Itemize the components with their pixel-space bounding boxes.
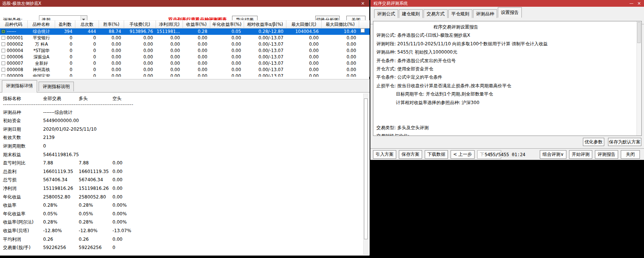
settings-tab[interactable]: 评测品种 xyxy=(473,9,497,18)
table-row[interactable]: 000002 万 科A 0 0 0.00 0.00 0.00 0.00 0.00… xyxy=(0,41,370,48)
stat-long: 15119816.26 xyxy=(79,184,112,193)
fees-cell: 0.00 xyxy=(124,48,156,54)
report-title: 程序交易评测设置报告 xyxy=(373,23,538,31)
table-row[interactable]: 000004 *ST国华 0 0 0.00 0.00 0.00 0.00 0.0… xyxy=(0,48,370,54)
annualized-return-cell: 0.00 xyxy=(210,41,244,48)
footer-button[interactable]: < 上一步 xyxy=(451,150,475,159)
stats-row: 平均利润 0.26 0.26 0.00 xyxy=(0,235,360,244)
symbol-code-cell: ------ xyxy=(0,28,28,35)
stat-label: 年化收益率 xyxy=(0,210,43,218)
footer-button[interactable]: 下载数据 xyxy=(425,150,448,159)
max-drawdown-pct-cell: 0.00 xyxy=(322,35,359,41)
footer-button[interactable]: 评测报告 xyxy=(595,150,618,159)
net-profit-cell: 0.00 xyxy=(156,41,183,48)
net-profit-cell: 0.00 xyxy=(156,35,183,41)
table-row[interactable]: 000008 神州高铁 0 0 0.00 0.00 0.00 0.00 0.00… xyxy=(0,67,370,73)
column-header[interactable]: 年化收益率(%) xyxy=(210,20,244,28)
column-header[interactable]: 总次数 xyxy=(75,20,99,28)
stats-row: 评测周期数 0 xyxy=(0,142,360,151)
fees-cell: 0.00 xyxy=(124,67,156,73)
column-header[interactable]: 相对收益率α/β(%) xyxy=(244,20,286,28)
column-header[interactable]: 收益率(%) xyxy=(183,20,210,28)
annualized-return-cell: 0.00 xyxy=(210,73,244,77)
max-drawdown-pct-cell: 0.00 xyxy=(322,67,359,73)
settings-tab[interactable]: 评测公式 xyxy=(374,9,398,18)
net-profit-cell: 0.00 xyxy=(156,48,183,54)
stats-scrollbar-thumb[interactable] xyxy=(364,98,368,239)
column-header[interactable]: 最大回撤比(%) xyxy=(322,20,359,28)
table-row[interactable]: ------ 综合统计 394 444 88.74 913896.76 1511… xyxy=(0,28,370,35)
stat-long: 2580052.80 xyxy=(79,193,112,201)
settings-tab[interactable]: 设置报告 xyxy=(498,7,522,18)
annualized-return-cell: 0.00 xyxy=(210,67,244,73)
minimize-icon[interactable]: — xyxy=(629,0,634,7)
win-count-cell: 0 xyxy=(55,73,75,77)
stat-all-trades: -12.80% xyxy=(43,227,79,235)
stat-label: 评测周期数 xyxy=(0,142,43,151)
footer-button[interactable]: 保存方案 xyxy=(399,150,422,159)
close-icon[interactable]: × xyxy=(360,0,366,7)
symbol-name-cell: *ST国华 xyxy=(28,48,55,54)
right-window-titlebar[interactable]: 程序交易评测系统 — × xyxy=(370,0,644,7)
table-row[interactable]: 000009 中国宝安 0 0 0.00 0.00 0.00 0.00 0.00… xyxy=(0,73,370,77)
column-header[interactable]: 胜率(%) xyxy=(99,20,124,28)
win-count-cell: 0 xyxy=(55,35,75,41)
symbol-code-cell: 000007 xyxy=(0,60,28,67)
row-type-icon xyxy=(1,55,5,59)
stat-long: 16601119.35 xyxy=(79,167,112,176)
report-line xyxy=(373,115,632,123)
stat-short: 0 xyxy=(112,243,360,252)
annualized-return-cell: 0.00 xyxy=(210,54,244,60)
stat-all-trades: -------综合统计 xyxy=(43,108,79,117)
footer-button[interactable]: 关闭 xyxy=(621,150,640,159)
optimize-params-button[interactable]: 优化参数 xyxy=(583,138,604,146)
column-header[interactable]: 最大回撤(元) xyxy=(286,20,322,28)
close-icon[interactable]: × xyxy=(637,0,641,7)
alpha-beta-cell: 0.28/-12.80 xyxy=(244,28,286,35)
report-line: 评测时段: 2015/11/10-2025/11/10 向前多取100个数据用于… xyxy=(373,40,632,48)
footer-button[interactable]: 引入方案 xyxy=(373,150,396,159)
left-window-titlebar[interactable]: 选股-极致左侧抄底X × xyxy=(0,0,369,7)
tab-indicator-description[interactable]: 评测指标说明 xyxy=(39,82,74,91)
report-scrollbar[interactable] xyxy=(637,21,641,136)
stat-label: 初始资金 xyxy=(0,116,43,125)
settings-tab[interactable]: 建仓规则 xyxy=(399,9,423,18)
stat-label: 年化收益 xyxy=(0,193,43,201)
column-header[interactable]: 手续费(元) xyxy=(124,20,156,28)
stat-short xyxy=(112,108,360,117)
max-drawdown-cell: 0.00 xyxy=(286,60,322,67)
stats-scrollbar[interactable] xyxy=(363,94,368,254)
stats-row: 收益率(阿尔法) 0.28% 0.28% 0.00% xyxy=(0,218,360,227)
select-all-checkbox[interactable] xyxy=(361,28,365,33)
win-count-cell: 0 xyxy=(55,60,75,67)
settings-tab[interactable]: 交易方式 xyxy=(424,9,448,18)
table-row[interactable]: 000007 全新好 0 0 0.00 0.00 0.00 0.00 0.00 … xyxy=(0,60,370,67)
column-header[interactable]: 品种代码 xyxy=(0,20,28,28)
stat-short: -13.07% xyxy=(112,227,360,235)
stats-row: 总亏损 567406.34 567406.34 0.00 xyxy=(0,176,360,184)
footer-right-buttons: 组合评测∨开始评测评测报告关闭 xyxy=(540,150,640,159)
settings-tab[interactable]: 平仓规则 xyxy=(448,9,472,18)
footer-button[interactable]: 组合评测∨ xyxy=(540,150,566,159)
total-count-cell: 0 xyxy=(75,41,99,48)
max-drawdown-pct-cell: 0.00 xyxy=(322,41,359,48)
max-drawdown-pct-cell: 0.00 xyxy=(322,60,359,67)
settings-tabs: 评测公式建仓规则交易方式平仓规则评测品种设置报告 xyxy=(374,7,523,18)
column-header[interactable]: 品种名称 xyxy=(28,20,55,28)
stat-label: 收益率(阿尔法) xyxy=(0,218,43,227)
report-line: 评测品种: 5455只 初始投入1000000元 xyxy=(373,48,632,56)
stats-header-short: 空头 xyxy=(112,94,360,101)
footer-button[interactable]: 开始评测 xyxy=(569,150,592,159)
column-header[interactable]: 净利润(元) xyxy=(156,20,183,28)
win-rate-cell: 0.00 xyxy=(99,60,124,67)
tab-indicator-details[interactable]: 评测指标详情 xyxy=(2,80,37,92)
report-scrollbar-thumb[interactable] xyxy=(637,22,641,43)
table-row[interactable]: 000006 深振业A 0 0 0.00 0.00 0.00 0.00 0.00… xyxy=(0,54,370,60)
column-header[interactable]: 盈利数 xyxy=(55,20,75,28)
stats-row: 盈亏时间比 7.88 7.88 0.00 xyxy=(0,159,360,167)
table-row[interactable]: 000001 平安银行 0 0 0.00 0.00 0.00 0.00 0.00… xyxy=(0,35,370,41)
save-as-default-button[interactable]: 保存为默认方案 xyxy=(608,138,641,146)
stat-all-trades: 0.05% xyxy=(43,210,79,218)
report-lines: 评测公式: 条件选股公式-(日线)-极致左侧抄底X评测时段: 2015/11/1… xyxy=(373,31,632,136)
symbol-code-cell: 000006 xyxy=(0,54,28,60)
